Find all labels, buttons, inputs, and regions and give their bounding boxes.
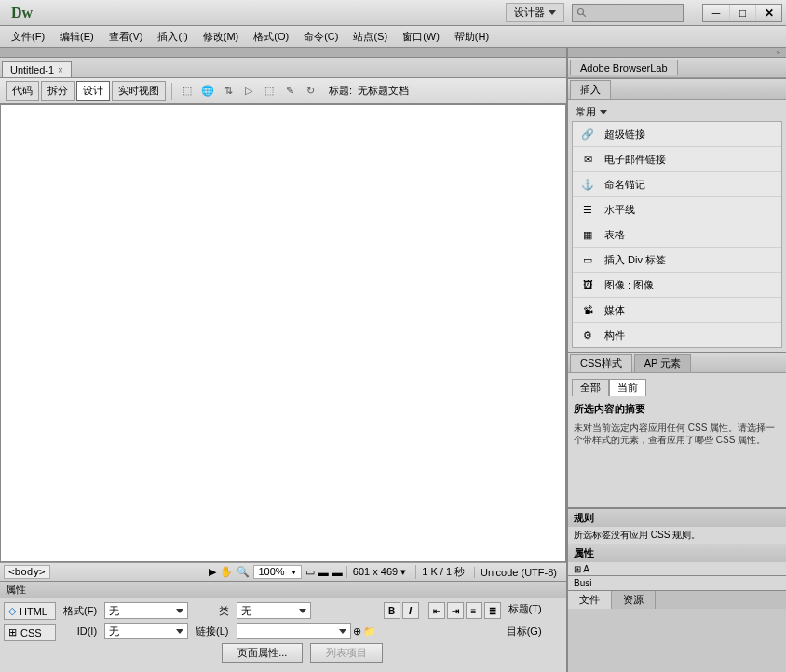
title-bar: Dw 设计器 ─ □ ✕	[0, 0, 786, 26]
browserlab-tab[interactable]: Adobe BrowserLab	[570, 60, 678, 75]
properties2-header[interactable]: 属性	[568, 544, 786, 562]
insert-category[interactable]: 常用	[568, 103, 786, 121]
format-label: 格式(F)	[63, 604, 97, 618]
workspace-switcher[interactable]: 设计器	[506, 3, 564, 22]
target-label: 目标(G)	[384, 625, 542, 638]
status-dimensions[interactable]: 601 x 469 ▾	[346, 566, 412, 578]
search-icon	[576, 7, 588, 19]
point-to-file-icon[interactable]: ⊕	[353, 625, 361, 638]
email-icon: ✉	[580, 152, 595, 167]
id-select[interactable]: 无	[104, 623, 188, 639]
menu-format[interactable]: 格式(O)	[246, 27, 296, 47]
insert-widget[interactable]: ⚙构件	[573, 323, 781, 347]
live-view-button[interactable]: 实时视图	[112, 81, 166, 101]
code-view-button[interactable]: 代码	[6, 81, 39, 101]
maximize-button[interactable]: □	[729, 5, 755, 21]
image-icon: 🖼	[580, 277, 595, 292]
hand-tool-icon[interactable]: ✋	[220, 566, 233, 578]
page-properties-button[interactable]: 页面属性...	[222, 643, 303, 663]
design-view-button[interactable]: 设计	[76, 81, 110, 101]
properties-header[interactable]: 属性	[0, 582, 566, 598]
browserlab-panel: Adobe BrowserLab	[568, 58, 786, 79]
refresh-icon[interactable]: ↻	[301, 83, 319, 100]
document-tabs: Untitled-1 ×	[0, 58, 566, 78]
ul-button[interactable]: ≡	[466, 602, 482, 619]
class-select[interactable]: 无	[237, 602, 311, 619]
menu-window[interactable]: 窗口(W)	[395, 27, 447, 47]
business-panel: Busi	[568, 575, 786, 590]
close-button[interactable]: ✕	[755, 5, 781, 21]
pointer-tool-icon[interactable]: ▶	[209, 566, 216, 578]
insert-image[interactable]: 🖼图像 : 图像	[573, 273, 781, 298]
toolbar-icon-6[interactable]: ✎	[280, 83, 299, 100]
id-label: ID(I)	[63, 625, 97, 637]
css-styles-tab[interactable]: CSS样式	[570, 354, 632, 372]
toolbar-icon-5[interactable]: ⬚	[260, 83, 278, 100]
css-all-tab[interactable]: 全部	[572, 379, 609, 396]
gear-icon: ⚙	[580, 328, 595, 343]
italic-button[interactable]: I	[402, 602, 419, 619]
insert-email[interactable]: ✉电子邮件链接	[573, 147, 781, 172]
toolbar-icon-1[interactable]: ⬚	[178, 83, 196, 100]
html-mode-button[interactable]: ◇HTML	[4, 602, 56, 620]
files-tab[interactable]: 文件	[568, 591, 612, 609]
view-mode-icon-2[interactable]: ▬	[318, 567, 329, 578]
status-bar: <body> ▶ ✋ 🔍 100% ▾ ▭ ▬ ▬ 601 x 469 ▾ 1 …	[0, 562, 566, 581]
business-label[interactable]: Busi	[568, 576, 786, 590]
list-item-button: 列表项目	[310, 643, 383, 663]
insert-tab[interactable]: 插入	[570, 80, 611, 99]
design-canvas[interactable]	[0, 104, 566, 562]
div-icon: ▭	[580, 252, 595, 267]
toolbar-icon-4[interactable]: ▷	[239, 83, 258, 100]
insert-table[interactable]: ▦表格	[573, 222, 781, 248]
properties-panel: 属性 ◇HTML ⊞CSS 格式(F) 无 类 无 B I	[0, 581, 566, 672]
indent-button[interactable]: ⇥	[447, 602, 464, 619]
document-tab[interactable]: Untitled-1 ×	[2, 61, 72, 77]
ol-button[interactable]: ≣	[484, 602, 501, 619]
zoom-select[interactable]: 100% ▾	[253, 565, 301, 579]
insert-panel: 插入 常用 🔗超级链接 ✉电子邮件链接 ⚓命名锚记 ☰水平线 ▦表格 ▭插入 D…	[568, 79, 786, 353]
outdent-button[interactable]: ⇤	[428, 602, 445, 619]
assets-tab[interactable]: 资源	[612, 591, 656, 609]
css-current-tab[interactable]: 当前	[609, 379, 646, 396]
menu-bar: 文件(F) 编辑(E) 查看(V) 插入(I) 修改(M) 格式(O) 命令(C…	[0, 26, 786, 48]
rules-panel: 规则 所选标签没有应用 CSS 规则。	[568, 508, 786, 544]
menu-view[interactable]: 查看(V)	[102, 27, 151, 47]
globe-icon[interactable]: 🌐	[198, 83, 217, 100]
view-mode-icon[interactable]: ▭	[305, 566, 315, 578]
link-icon: 🔗	[580, 127, 595, 141]
title-value[interactable]: 无标题文档	[358, 84, 409, 98]
menu-help[interactable]: 帮助(H)	[447, 27, 496, 47]
menu-edit[interactable]: 编辑(E)	[52, 27, 102, 47]
split-view-button[interactable]: 拆分	[41, 81, 75, 101]
menu-commands[interactable]: 命令(C)	[296, 27, 346, 47]
bold-button[interactable]: B	[384, 602, 400, 619]
menu-insert[interactable]: 插入(I)	[150, 27, 195, 47]
css-mode-button[interactable]: ⊞CSS	[4, 624, 56, 641]
link-select[interactable]	[237, 623, 351, 639]
properties2-panel: 属性 ⊞ A	[568, 544, 786, 575]
toolbar-icon-3[interactable]: ⇅	[219, 83, 237, 100]
zoom-tool-icon[interactable]: 🔍	[237, 566, 250, 578]
insert-media[interactable]: 📽媒体	[573, 298, 781, 323]
browse-folder-icon[interactable]: 📁	[363, 625, 376, 638]
window-controls: ─ □ ✕	[702, 4, 782, 22]
menu-site[interactable]: 站点(S)	[346, 27, 395, 47]
hr-icon: ☰	[580, 202, 595, 217]
format-select[interactable]: 无	[104, 602, 188, 619]
insert-hr[interactable]: ☰水平线	[573, 197, 781, 222]
css-summary-text: 未对当前选定内容应用任何 CSS 属性。请选择一个带样式的元素，查看应用了哪些 …	[568, 420, 786, 448]
insert-hyperlink[interactable]: 🔗超级链接	[573, 122, 781, 147]
search-input[interactable]	[572, 4, 684, 22]
view-mode-icon-3[interactable]: ▬	[332, 567, 343, 578]
menu-file[interactable]: 文件(F)	[4, 27, 52, 47]
ap-elements-tab[interactable]: AP 元素	[634, 354, 692, 372]
close-tab-icon[interactable]: ×	[58, 65, 63, 75]
menu-modify[interactable]: 修改(M)	[196, 27, 247, 47]
insert-div[interactable]: ▭插入 Div 标签	[573, 248, 781, 273]
rules-header[interactable]: 规则	[568, 509, 786, 527]
tag-selector[interactable]: <body>	[4, 565, 50, 579]
class-label: 类	[196, 604, 228, 618]
minimize-button[interactable]: ─	[703, 5, 729, 21]
insert-anchor[interactable]: ⚓命名锚记	[573, 172, 781, 197]
